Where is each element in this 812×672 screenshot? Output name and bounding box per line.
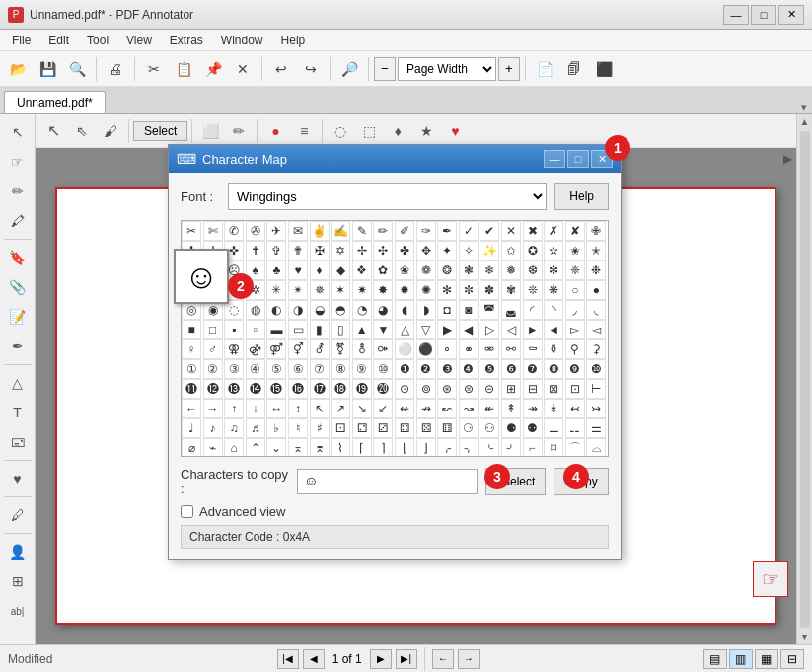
char-cell[interactable]: ✔ [480,221,499,241]
char-cell[interactable]: ◐ [266,300,286,320]
char-cell[interactable]: ◛ [501,300,521,320]
char-cell[interactable]: ⚀ [331,418,350,438]
char-cell[interactable]: ⚥ [288,339,308,359]
char-cell[interactable]: ⚩ [373,339,393,359]
char-cell[interactable]: ❽ [544,359,563,379]
char-cell[interactable]: ◀ [459,320,479,339]
char-cell[interactable]: ◁ [501,320,521,339]
menu-edit[interactable]: Edit [40,32,77,49]
char-cell[interactable]: ✿ [373,261,393,280]
char-cell[interactable]: ✎ [352,221,372,241]
char-cell[interactable]: ◅ [586,320,606,339]
char-cell[interactable]: ✥ [416,241,436,261]
char-cell[interactable]: ⓯ [266,379,286,399]
char-cell[interactable]: ⚲ [565,339,585,359]
menu-file[interactable]: File [4,32,38,49]
char-cell[interactable]: ◙ [459,300,479,320]
char-cell[interactable]: ❆ [523,261,543,280]
char-cell[interactable]: ⚂ [373,418,393,438]
char-cell[interactable]: ▷ [480,320,499,339]
char-cell[interactable]: ▲ [352,320,372,339]
char-cell[interactable]: ⑥ [288,359,308,379]
char-cell[interactable]: ③ [224,359,244,379]
char-cell[interactable]: ⊙ [395,379,414,399]
zoom-out-button[interactable]: − [374,57,396,81]
char-cell[interactable]: ⌊ [395,438,414,457]
maximize-button[interactable]: □ [751,5,776,25]
char-cell[interactable]: ❸ [437,359,457,379]
advanced-view-label[interactable]: Advanced view [199,504,285,519]
char-cell[interactable]: ⓫ [182,379,201,399]
char-cell[interactable]: ● [586,280,606,300]
char-cell[interactable]: → [203,399,223,418]
char-cell[interactable]: ✧ [459,241,479,261]
char-cell[interactable]: ♭ [266,418,286,438]
char-cell[interactable]: ⊢ [586,379,606,399]
char-cell[interactable]: ↖ [310,399,330,418]
char-cell[interactable]: ⑨ [352,359,372,379]
char-cell[interactable]: ⚦ [310,339,330,359]
char-cell[interactable]: ❼ [523,359,543,379]
char-cell[interactable]: ◝ [544,300,563,320]
char-cell[interactable]: ❷ [416,359,436,379]
char-cell[interactable]: ✕ [501,221,521,241]
char-cell[interactable]: ■ [182,320,201,339]
view-toggle-2[interactable]: 🗐 [560,55,588,83]
char-cell[interactable]: ♬ [246,418,265,438]
char-cell[interactable]: ♂ [203,339,223,359]
char-cell[interactable]: ▫ [246,320,265,339]
char-cell[interactable]: ⌋ [416,438,436,457]
char-cell[interactable]: ✺ [416,280,436,300]
char-cell[interactable]: ↔ [266,399,286,418]
view-double-btn[interactable]: ▥ [729,649,753,669]
char-cell[interactable]: ↢ [565,399,585,418]
char-cell[interactable]: ✠ [310,241,330,261]
char-cell[interactable]: ⌌ [437,438,457,457]
char-cell[interactable]: ✖ [523,221,543,241]
char-cell[interactable]: ⓭ [224,379,244,399]
char-cell[interactable]: ▪ [224,320,244,339]
char-cell[interactable]: ⚅ [437,418,457,438]
char-cell[interactable]: ⌑ [544,438,563,457]
char-cell[interactable]: ↗ [331,399,350,418]
view-full-btn[interactable]: ⊟ [780,649,804,669]
char-cell[interactable]: ♀ [182,339,201,359]
char-cell[interactable]: ⚈ [501,418,521,438]
print-button[interactable]: 🖨 [102,55,129,83]
char-cell[interactable]: ↠ [523,399,543,418]
open-button[interactable]: 📂 [4,55,32,83]
char-cell[interactable]: ◟ [586,300,606,320]
char-cell[interactable]: ◗ [416,300,436,320]
scan-button[interactable]: 🔍 [63,55,91,83]
menu-help[interactable]: Help [273,32,314,49]
char-cell[interactable]: ↜ [437,399,457,418]
char-cell[interactable]: ▮ [310,320,330,339]
char-cell[interactable]: ⚫ [416,339,436,359]
char-cell[interactable]: ✢ [352,241,372,261]
char-cell[interactable]: ✫ [544,241,563,261]
char-cell[interactable]: ⚉ [523,418,543,438]
char-cell[interactable]: ⌒ [565,438,585,457]
char-cell[interactable]: ◖ [395,300,414,320]
back-btn[interactable]: ← [432,649,454,669]
view-cont-btn[interactable]: ▦ [755,649,778,669]
char-cell[interactable]: ⚣ [246,339,265,359]
char-cell[interactable]: ◆ [331,261,350,280]
char-cell[interactable]: ✽ [480,280,499,300]
char-cell[interactable]: ▶ [437,320,457,339]
char-cell[interactable]: ⚭ [459,339,479,359]
char-cell[interactable]: ✇ [246,221,265,241]
char-cell[interactable]: ↕ [288,399,308,418]
advanced-view-checkbox[interactable] [181,505,193,518]
char-cell[interactable]: ✂ [182,221,201,241]
char-cell[interactable]: ⑩ [373,359,393,379]
char-cell[interactable]: ✒ [437,221,457,241]
char-cell[interactable]: ⚤ [266,339,286,359]
char-cell[interactable]: ⊛ [437,379,457,399]
char-cell[interactable]: ❹ [459,359,479,379]
char-cell[interactable]: ↣ [586,399,606,418]
char-cell[interactable]: ⚰ [523,339,543,359]
char-cell[interactable]: ✏ [373,221,393,241]
char-cell[interactable]: ⊝ [480,379,499,399]
char-cell[interactable]: ❺ [480,359,499,379]
